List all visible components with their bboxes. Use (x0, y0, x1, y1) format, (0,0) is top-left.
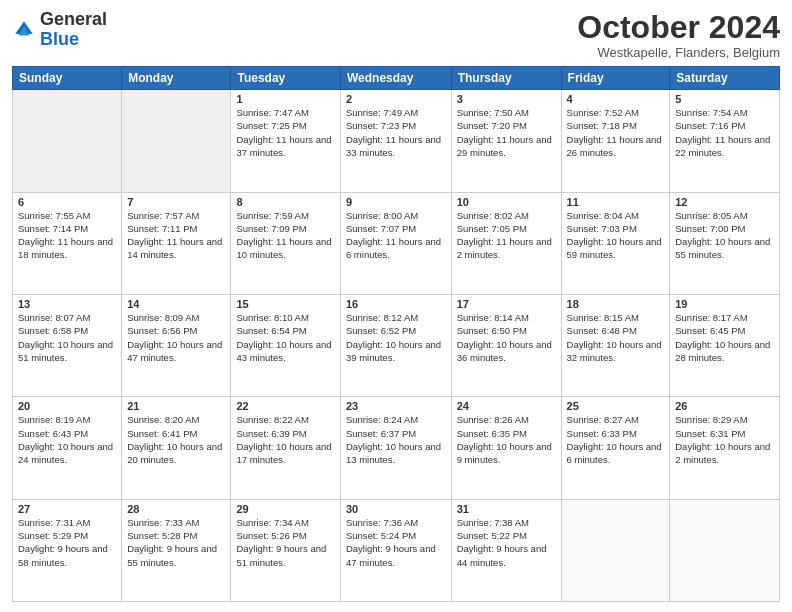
day-info: Sunrise: 8:19 AMSunset: 6:43 PMDaylight:… (18, 413, 116, 466)
day-number: 22 (236, 400, 334, 412)
day-info: Sunrise: 7:31 AMSunset: 5:29 PMDaylight:… (18, 516, 116, 569)
day-info: Sunrise: 8:15 AMSunset: 6:48 PMDaylight:… (567, 311, 665, 364)
day-info: Sunrise: 7:55 AMSunset: 7:14 PMDaylight:… (18, 209, 116, 262)
calendar-table: SundayMondayTuesdayWednesdayThursdayFrid… (12, 66, 780, 602)
day-number: 25 (567, 400, 665, 412)
calendar-header-row: SundayMondayTuesdayWednesdayThursdayFrid… (13, 67, 780, 90)
day-number: 30 (346, 503, 446, 515)
day-info: Sunrise: 8:05 AMSunset: 7:00 PMDaylight:… (675, 209, 774, 262)
calendar-cell: 27Sunrise: 7:31 AMSunset: 5:29 PMDayligh… (13, 499, 122, 601)
calendar-cell: 19Sunrise: 8:17 AMSunset: 6:45 PMDayligh… (670, 294, 780, 396)
day-number: 23 (346, 400, 446, 412)
day-number: 16 (346, 298, 446, 310)
weekday-header-saturday: Saturday (670, 67, 780, 90)
calendar-cell (561, 499, 670, 601)
day-number: 6 (18, 196, 116, 208)
day-number: 24 (457, 400, 556, 412)
calendar-cell: 3Sunrise: 7:50 AMSunset: 7:20 PMDaylight… (451, 90, 561, 192)
day-info: Sunrise: 8:26 AMSunset: 6:35 PMDaylight:… (457, 413, 556, 466)
logo: General Blue (12, 10, 107, 50)
calendar-cell: 11Sunrise: 8:04 AMSunset: 7:03 PMDayligh… (561, 192, 670, 294)
day-number: 20 (18, 400, 116, 412)
calendar-cell: 6Sunrise: 7:55 AMSunset: 7:14 PMDaylight… (13, 192, 122, 294)
calendar-cell: 26Sunrise: 8:29 AMSunset: 6:31 PMDayligh… (670, 397, 780, 499)
day-number: 3 (457, 93, 556, 105)
day-info: Sunrise: 7:54 AMSunset: 7:16 PMDaylight:… (675, 106, 774, 159)
day-number: 10 (457, 196, 556, 208)
calendar-week-2: 6Sunrise: 7:55 AMSunset: 7:14 PMDaylight… (13, 192, 780, 294)
day-info: Sunrise: 8:04 AMSunset: 7:03 PMDaylight:… (567, 209, 665, 262)
day-number: 29 (236, 503, 334, 515)
day-number: 21 (127, 400, 225, 412)
day-info: Sunrise: 7:50 AMSunset: 7:20 PMDaylight:… (457, 106, 556, 159)
day-info: Sunrise: 7:59 AMSunset: 7:09 PMDaylight:… (236, 209, 334, 262)
day-info: Sunrise: 8:07 AMSunset: 6:58 PMDaylight:… (18, 311, 116, 364)
calendar-cell: 23Sunrise: 8:24 AMSunset: 6:37 PMDayligh… (340, 397, 451, 499)
calendar-cell: 30Sunrise: 7:36 AMSunset: 5:24 PMDayligh… (340, 499, 451, 601)
day-number: 1 (236, 93, 334, 105)
title-block: October 2024 Westkapelle, Flanders, Belg… (577, 10, 780, 60)
logo-icon (12, 18, 36, 42)
calendar-cell: 18Sunrise: 8:15 AMSunset: 6:48 PMDayligh… (561, 294, 670, 396)
day-info: Sunrise: 7:38 AMSunset: 5:22 PMDaylight:… (457, 516, 556, 569)
calendar-week-4: 20Sunrise: 8:19 AMSunset: 6:43 PMDayligh… (13, 397, 780, 499)
weekday-header-thursday: Thursday (451, 67, 561, 90)
calendar-cell (670, 499, 780, 601)
weekday-header-sunday: Sunday (13, 67, 122, 90)
day-number: 5 (675, 93, 774, 105)
calendar-cell: 25Sunrise: 8:27 AMSunset: 6:33 PMDayligh… (561, 397, 670, 499)
calendar-cell: 8Sunrise: 7:59 AMSunset: 7:09 PMDaylight… (231, 192, 340, 294)
day-info: Sunrise: 8:00 AMSunset: 7:07 PMDaylight:… (346, 209, 446, 262)
day-number: 4 (567, 93, 665, 105)
calendar-cell (13, 90, 122, 192)
calendar-cell (122, 90, 231, 192)
calendar-cell: 21Sunrise: 8:20 AMSunset: 6:41 PMDayligh… (122, 397, 231, 499)
day-info: Sunrise: 8:24 AMSunset: 6:37 PMDaylight:… (346, 413, 446, 466)
calendar-cell: 29Sunrise: 7:34 AMSunset: 5:26 PMDayligh… (231, 499, 340, 601)
day-number: 26 (675, 400, 774, 412)
day-info: Sunrise: 8:02 AMSunset: 7:05 PMDaylight:… (457, 209, 556, 262)
day-info: Sunrise: 7:36 AMSunset: 5:24 PMDaylight:… (346, 516, 446, 569)
weekday-header-tuesday: Tuesday (231, 67, 340, 90)
day-info: Sunrise: 8:17 AMSunset: 6:45 PMDaylight:… (675, 311, 774, 364)
logo-blue-text: Blue (40, 29, 79, 49)
day-number: 2 (346, 93, 446, 105)
day-info: Sunrise: 8:22 AMSunset: 6:39 PMDaylight:… (236, 413, 334, 466)
day-number: 9 (346, 196, 446, 208)
day-number: 8 (236, 196, 334, 208)
calendar-cell: 15Sunrise: 8:10 AMSunset: 6:54 PMDayligh… (231, 294, 340, 396)
calendar-cell: 5Sunrise: 7:54 AMSunset: 7:16 PMDaylight… (670, 90, 780, 192)
day-info: Sunrise: 7:47 AMSunset: 7:25 PMDaylight:… (236, 106, 334, 159)
calendar-cell: 14Sunrise: 8:09 AMSunset: 6:56 PMDayligh… (122, 294, 231, 396)
logo-general-text: General (40, 9, 107, 29)
day-info: Sunrise: 7:49 AMSunset: 7:23 PMDaylight:… (346, 106, 446, 159)
day-info: Sunrise: 8:12 AMSunset: 6:52 PMDaylight:… (346, 311, 446, 364)
calendar-cell: 31Sunrise: 7:38 AMSunset: 5:22 PMDayligh… (451, 499, 561, 601)
calendar-cell: 7Sunrise: 7:57 AMSunset: 7:11 PMDaylight… (122, 192, 231, 294)
calendar-cell: 4Sunrise: 7:52 AMSunset: 7:18 PMDaylight… (561, 90, 670, 192)
location: Westkapelle, Flanders, Belgium (577, 45, 780, 60)
calendar-cell: 1Sunrise: 7:47 AMSunset: 7:25 PMDaylight… (231, 90, 340, 192)
day-number: 31 (457, 503, 556, 515)
calendar-cell: 12Sunrise: 8:05 AMSunset: 7:00 PMDayligh… (670, 192, 780, 294)
calendar-week-5: 27Sunrise: 7:31 AMSunset: 5:29 PMDayligh… (13, 499, 780, 601)
weekday-header-monday: Monday (122, 67, 231, 90)
day-number: 17 (457, 298, 556, 310)
day-info: Sunrise: 8:10 AMSunset: 6:54 PMDaylight:… (236, 311, 334, 364)
day-number: 18 (567, 298, 665, 310)
weekday-header-wednesday: Wednesday (340, 67, 451, 90)
calendar-cell: 28Sunrise: 7:33 AMSunset: 5:28 PMDayligh… (122, 499, 231, 601)
day-info: Sunrise: 8:29 AMSunset: 6:31 PMDaylight:… (675, 413, 774, 466)
day-number: 28 (127, 503, 225, 515)
day-info: Sunrise: 8:14 AMSunset: 6:50 PMDaylight:… (457, 311, 556, 364)
day-info: Sunrise: 7:33 AMSunset: 5:28 PMDaylight:… (127, 516, 225, 569)
month-title: October 2024 (577, 10, 780, 45)
day-info: Sunrise: 8:20 AMSunset: 6:41 PMDaylight:… (127, 413, 225, 466)
calendar-cell: 24Sunrise: 8:26 AMSunset: 6:35 PMDayligh… (451, 397, 561, 499)
day-number: 15 (236, 298, 334, 310)
calendar-cell: 16Sunrise: 8:12 AMSunset: 6:52 PMDayligh… (340, 294, 451, 396)
calendar-cell: 2Sunrise: 7:49 AMSunset: 7:23 PMDaylight… (340, 90, 451, 192)
calendar-cell: 20Sunrise: 8:19 AMSunset: 6:43 PMDayligh… (13, 397, 122, 499)
day-number: 19 (675, 298, 774, 310)
page-header: General Blue October 2024 Westkapelle, F… (12, 10, 780, 60)
